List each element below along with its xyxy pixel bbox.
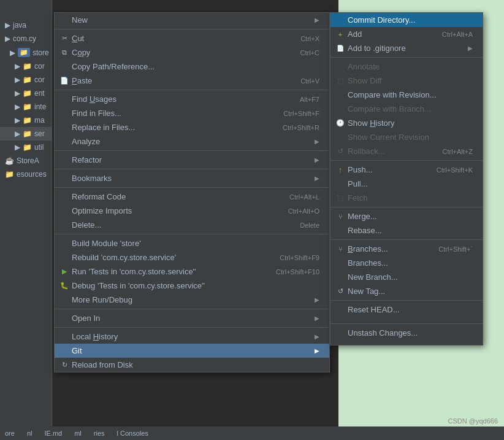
sidebar-item-cor2[interactable]: ▶ 📁 cor xyxy=(0,73,52,87)
stash-label: Reset HEAD... xyxy=(348,305,400,314)
watermark-text: CSDN @yqd666 xyxy=(448,417,498,425)
arrow-icon-refactor: ▶ xyxy=(315,156,319,163)
arrow-icon-open-in: ▶ xyxy=(315,315,319,322)
local-history-label: Local History xyxy=(72,332,118,341)
find-in-files-shortcut: Ctrl+Shift+F xyxy=(283,110,319,117)
separator-4 xyxy=(55,169,329,169)
copy-icon: ⧉ xyxy=(59,48,69,56)
sidebar-item-resources[interactable]: 📁 esources xyxy=(0,168,52,181)
menu-item-add-gitignore[interactable]: 📄 Add to .gitignore ▶ xyxy=(330,41,483,55)
menu-item-push[interactable]: ↑ Push... Ctrl+Shift+K xyxy=(330,163,483,177)
show-diff-label: Show Diff xyxy=(348,76,381,85)
replace-in-files-label: Replace in Files... xyxy=(72,123,135,132)
menu-item-clone[interactable] xyxy=(330,340,483,345)
fetch-label: Fetch xyxy=(348,193,368,203)
plus-icon: + xyxy=(335,31,345,38)
sidebar-item-util[interactable]: ▶ 📁 util xyxy=(0,141,52,154)
push-label: Push... xyxy=(348,165,372,174)
git-separator-3 xyxy=(330,207,483,207)
menu-item-git[interactable]: Git ▶ xyxy=(55,344,329,358)
menu-item-reset-head[interactable]: ↺ New Tag... xyxy=(330,284,483,298)
status-item-5[interactable]: ries xyxy=(94,430,105,437)
status-item-3[interactable]: IE.md xyxy=(44,430,62,437)
menu-item-copy[interactable]: ⧉ Copy Ctrl+C xyxy=(55,45,329,60)
rollback-icon: ↺ xyxy=(335,147,345,155)
annotate-label: Annotate xyxy=(348,62,380,71)
status-item-1[interactable]: ore xyxy=(5,430,15,437)
menu-item-refactor[interactable]: Refactor ▶ xyxy=(55,153,329,167)
menu-item-stash[interactable]: Reset HEAD... xyxy=(330,303,483,317)
sidebar-item-comcy[interactable]: ▶ com.cy xyxy=(0,32,52,45)
menu-item-fetch: ⬚ Fetch xyxy=(330,191,483,205)
rebuild-label: Rebuild 'com.cy.store.service' xyxy=(72,253,176,262)
status-item-2[interactable]: nl xyxy=(27,430,32,437)
find-usages-shortcut: Alt+F7 xyxy=(300,96,319,103)
menu-item-find-usages[interactable]: Find Usages Alt+F7 xyxy=(55,92,329,106)
sidebar-item-inte[interactable]: ▶ 📁 inte xyxy=(0,100,52,114)
menu-item-pull[interactable]: Pull... xyxy=(330,177,483,191)
find-in-files-label: Find in Files... xyxy=(72,109,121,118)
run-tests-shortcut: Ctrl+Shift+F10 xyxy=(276,268,319,276)
arrow-icon-gitignore: ▶ xyxy=(468,45,473,52)
sidebar-item-cor1[interactable]: ▶ 📁 cor xyxy=(0,60,52,73)
new-label: New xyxy=(72,15,88,25)
cut-shortcut: Ctrl+X xyxy=(300,35,319,42)
status-item-4[interactable]: ml xyxy=(74,430,82,437)
menu-item-reload[interactable]: ↻ Reload from Disk xyxy=(55,358,329,372)
menu-item-show-history[interactable]: 🕐 Show History xyxy=(330,116,483,130)
sidebar-item-store[interactable]: ▶ 📁 store xyxy=(0,45,52,60)
sidebar-item-ent[interactable]: ▶ 📁 ent xyxy=(0,87,52,100)
menu-item-paste[interactable]: 📄 Paste Ctrl+V xyxy=(55,74,329,88)
optimize-shortcut: Ctrl+Alt+O xyxy=(288,207,319,215)
menu-item-reformat[interactable]: Reformat Code Ctrl+Alt+L xyxy=(55,190,329,204)
sidebar-item-ser[interactable]: ▶ 📁 ser xyxy=(0,127,52,141)
menu-item-new[interactable]: New ▶ xyxy=(55,13,329,27)
menu-item-copy-path[interactable]: Copy Path/Reference... xyxy=(55,60,329,74)
menu-item-bookmarks[interactable]: Bookmarks ▶ xyxy=(55,171,329,185)
menu-item-merge[interactable]: ⑂ Merge... xyxy=(330,209,483,223)
status-item-6[interactable]: l Consoles xyxy=(117,430,148,437)
run-tests-label: Run 'Tests in 'com.cy.store.service'' xyxy=(72,267,196,276)
menu-item-more-run[interactable]: More Run/Debug ▶ xyxy=(55,293,329,307)
menu-item-show-diff: ⬚ Show Diff xyxy=(330,74,483,88)
debug-tests-label: Debug 'Tests in 'com.cy.store.service'' xyxy=(72,281,205,290)
menu-item-rebuild[interactable]: Rebuild 'com.cy.store.service' Ctrl+Shif… xyxy=(55,250,329,264)
rebuild-shortcut: Ctrl+Shift+F9 xyxy=(280,254,319,261)
menu-item-cut[interactable]: ✂ Cut Ctrl+X xyxy=(55,31,329,45)
menu-item-compare-branch: Compare with Branch... xyxy=(330,102,483,116)
menu-item-compare-revision[interactable]: Compare with Revision... xyxy=(330,88,483,102)
folder-icon-8: ▶ xyxy=(15,116,20,125)
menu-item-build-module[interactable]: Build Module 'store' xyxy=(55,236,329,250)
menu-item-find-in-files[interactable]: Find in Files... Ctrl+Shift+F xyxy=(55,106,329,120)
menu-item-delete[interactable]: Delete... Delete xyxy=(55,218,329,232)
menu-item-run-tests[interactable]: ▶ Run 'Tests in 'com.cy.store.service'' … xyxy=(55,264,329,279)
menu-item-analyze[interactable]: Analyze ▶ xyxy=(55,134,329,149)
menu-item-open-in[interactable]: Open In ▶ xyxy=(55,311,329,325)
status-bar: ore nl IE.md ml ries l Consoles xyxy=(0,426,504,440)
menu-item-unstash[interactable] xyxy=(330,317,483,322)
menu-item-add[interactable]: + Add Ctrl+Alt+A xyxy=(330,27,483,41)
new-branch-label: Branches... xyxy=(348,258,388,268)
gitignore-icon: 📄 xyxy=(335,45,345,52)
menu-item-new-branch[interactable]: Branches... xyxy=(330,256,483,270)
menu-item-manage-remotes[interactable]: Unstash Changes... xyxy=(330,326,483,340)
git-separator-6 xyxy=(330,323,483,324)
menu-item-debug-tests[interactable]: 🐛 Debug 'Tests in 'com.cy.store.service'… xyxy=(55,279,329,293)
push-shortcut: Ctrl+Shift+K xyxy=(437,166,473,174)
menu-item-rebase[interactable]: Rebase... xyxy=(330,223,483,237)
clock-icon: 🕐 xyxy=(335,119,345,127)
arrow-icon-new: ▶ xyxy=(315,17,319,23)
menu-item-new-tag[interactable]: New Branch... xyxy=(330,270,483,284)
sidebar-item-storea[interactable]: ☕ StoreA xyxy=(0,154,52,168)
folder-icon-5: ▶ xyxy=(15,75,20,84)
menu-item-optimize[interactable]: Optimize Imports Ctrl+Alt+O xyxy=(55,204,329,218)
menu-item-replace-in-files[interactable]: Replace in Files... Ctrl+Shift+R xyxy=(55,120,329,134)
menu-item-local-history[interactable]: Local History ▶ xyxy=(55,330,329,344)
folder-icon-9: ▶ xyxy=(15,129,20,138)
sidebar-item-ma[interactable]: ▶ 📁 ma xyxy=(0,114,52,127)
menu-item-commit-dir[interactable]: Commit Directory... xyxy=(330,13,483,27)
sidebar-item-java[interactable]: ▶ java xyxy=(0,18,52,32)
open-in-label: Open In xyxy=(72,314,100,323)
menu-item-branches[interactable]: ⑂ Branches... Ctrl+Shift+` xyxy=(330,242,483,256)
separator-7 xyxy=(55,309,329,309)
